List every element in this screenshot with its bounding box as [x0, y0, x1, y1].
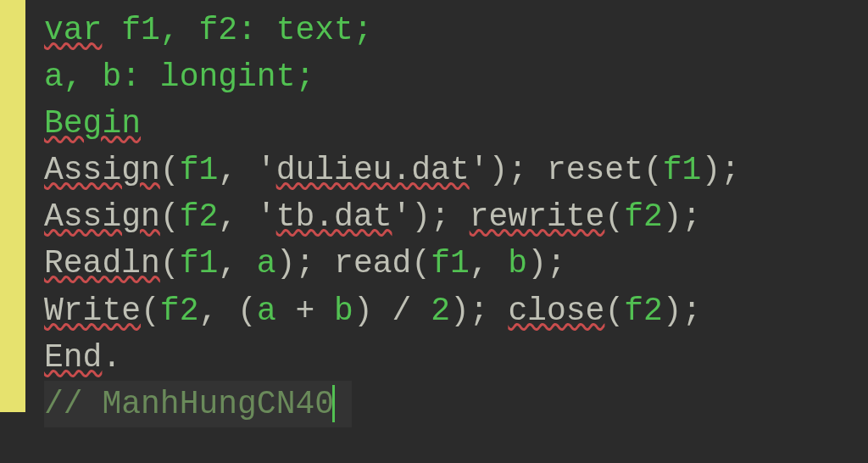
punct: ');	[470, 152, 547, 188]
punct: (	[141, 293, 160, 329]
punct: , (	[198, 293, 256, 329]
code-text: a, b: longint;	[44, 59, 314, 95]
keyword-var: var	[44, 7, 102, 53]
func-write: Write	[44, 287, 141, 334]
code-content[interactable]: var f1, f2: text; a, b: longint; Begin A…	[25, 0, 868, 463]
punct: ,	[218, 245, 257, 282]
code-line: var f1, f2: text;	[44, 7, 868, 53]
punct: (	[411, 245, 431, 282]
code-editor[interactable]: var f1, f2: text; a, b: longint; Begin A…	[0, 0, 868, 463]
ident: f1	[663, 152, 702, 188]
punct: );	[663, 293, 702, 329]
punct: , '	[218, 152, 275, 188]
ident: a	[257, 293, 276, 329]
punct: ) /	[353, 293, 431, 329]
code-line: End.	[44, 334, 868, 381]
punct: (	[160, 245, 180, 282]
code-line: Begin	[44, 100, 868, 147]
code-line: Assign(f2, 'tb.dat'); rewrite(f2);	[44, 193, 868, 240]
func-readln: Readln	[44, 240, 160, 287]
code-line: Assign(f1, 'dulieu.dat'); reset(f1);	[44, 147, 868, 193]
ident: f1	[431, 245, 470, 282]
punct: (	[604, 293, 624, 329]
punct: (	[160, 198, 180, 235]
number: 2	[431, 293, 450, 329]
punct: ,	[470, 245, 509, 282]
punct: );	[450, 293, 508, 329]
code-line: a, b: longint;	[44, 53, 868, 100]
func-reset: reset	[547, 152, 643, 188]
func-read: read	[334, 245, 411, 282]
punct: (	[604, 198, 624, 235]
func-assign: Assign	[44, 193, 160, 240]
ident: f1	[180, 152, 219, 188]
punct: .	[102, 339, 121, 376]
code-line: Write(f2, (a + b) / 2); close(f2);	[44, 287, 868, 334]
ident: f2	[160, 293, 199, 329]
ident: f2	[624, 293, 663, 329]
ident: f2	[180, 198, 219, 235]
text-cursor	[332, 385, 335, 422]
active-line-highlight: // ManhHungCN40	[44, 381, 352, 427]
code-text: f1, f2: text;	[102, 12, 372, 48]
code-line: // ManhHungCN40	[44, 381, 868, 427]
func-assign: Assign	[44, 147, 160, 193]
punct: (	[643, 152, 663, 188]
comment: // ManhHungCN40	[44, 386, 334, 422]
punct: ');	[392, 198, 470, 235]
punct: );	[276, 245, 334, 282]
punct: , '	[218, 198, 275, 235]
punct: (	[160, 152, 180, 188]
func-rewrite: rewrite	[470, 193, 605, 240]
string: tb.dat	[276, 193, 392, 240]
ident: f2	[624, 198, 663, 235]
func-close: close	[508, 287, 604, 334]
ident: f1	[180, 245, 219, 282]
keyword-begin: Begin	[44, 100, 141, 147]
ident: b	[508, 245, 527, 282]
punct: +	[276, 293, 334, 329]
punct: );	[663, 198, 702, 235]
keyword-end: End	[44, 334, 102, 381]
ident: a	[257, 245, 276, 282]
code-line: Readln(f1, a); read(f1, b);	[44, 240, 868, 287]
punct: );	[527, 245, 566, 282]
punct: );	[701, 152, 740, 188]
string: dulieu.dat	[276, 147, 470, 193]
ident: b	[334, 293, 353, 329]
editor-gutter	[0, 0, 25, 412]
